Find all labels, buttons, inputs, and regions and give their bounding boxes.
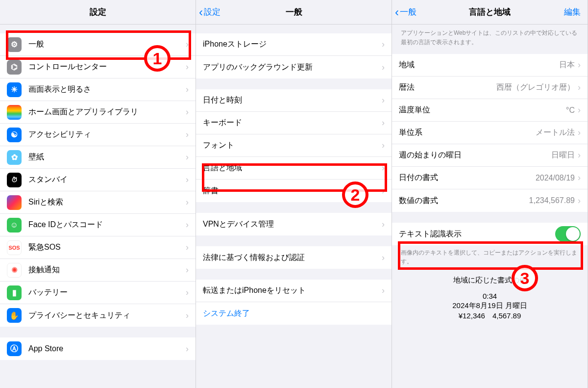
row-measurement[interactable]: 単位系 メートル法 ›: [392, 122, 588, 144]
title-settings: 設定: [90, 6, 106, 18]
row-calendar[interactable]: 暦法 西暦（グレゴリオ暦） ›: [392, 77, 588, 99]
row-accessibility[interactable]: ☯ アクセシビリティ ›: [0, 124, 196, 146]
chevron-right-icon: ›: [578, 150, 581, 160]
chevron-right-icon: ›: [578, 128, 581, 138]
row-live-text[interactable]: テキスト認識表示: [392, 223, 588, 245]
chevron-right-icon: ›: [382, 62, 385, 73]
row-transfer-reset[interactable]: 転送またはiPhoneをリセット ›: [196, 280, 392, 302]
label: 法律に基づく情報および認証: [203, 253, 382, 263]
value: メートル法: [536, 128, 575, 138]
row-dictionary[interactable]: 辞書 ›: [196, 180, 392, 202]
row-sos[interactable]: SOS 緊急SOS ›: [0, 236, 196, 259]
title-lang-region: 言語と地域: [469, 6, 511, 18]
row-control-center[interactable]: ⌬ コントロールセンター ›: [0, 56, 196, 78]
row-legal[interactable]: 法律に基づく情報および認証 ›: [196, 246, 392, 269]
row-privacy[interactable]: ✋ プライバシーとセキュリティ ›: [0, 304, 196, 327]
chevron-right-icon: ›: [186, 242, 189, 253]
panel-lang-region: ‹ 一般 言語と地域 編集 アプリケーションとWebサイトは、このリストの中で対…: [392, 0, 588, 388]
row-shut-down[interactable]: システム終了: [196, 302, 392, 325]
label: システム終了: [203, 309, 385, 319]
row-temperature[interactable]: 温度単位 °C ›: [392, 99, 588, 122]
row-home-screen[interactable]: ホーム画面とアプリライブラリ ›: [0, 101, 196, 124]
row-background-refresh[interactable]: アプリのバックグラウンド更新 ›: [196, 56, 392, 78]
chevron-right-icon: ›: [578, 105, 581, 115]
chevron-right-icon: ›: [186, 152, 189, 162]
value: 日曜日: [551, 150, 575, 160]
row-language-region[interactable]: 言語と地域 ›: [196, 157, 392, 180]
row-region[interactable]: 地域 日本 ›: [392, 54, 588, 77]
standby-icon: ⏱: [7, 173, 22, 187]
chevron-right-icon: ›: [186, 39, 189, 50]
value: 1,234,567.89: [529, 196, 575, 205]
gear-icon: ⚙: [7, 37, 22, 52]
row-wallpaper[interactable]: ✿ 壁紙 ›: [0, 146, 196, 169]
chevron-right-icon: ›: [578, 60, 581, 70]
example-money: ¥12,346 4,567.89: [397, 311, 583, 321]
chevron-right-icon: ›: [186, 175, 189, 185]
chevron-right-icon: ›: [382, 118, 385, 128]
label: 日付の書式: [399, 173, 536, 183]
settings-list[interactable]: ⚙ 一般 › ⌬ コントロールセンター › ☀ 画面表示と明るさ › ホーム画面…: [0, 25, 196, 388]
example-date: 2024年8月19日 月曜日: [397, 301, 583, 310]
chevron-right-icon: ›: [578, 173, 581, 183]
row-date-time[interactable]: 日付と時刻 ›: [196, 89, 392, 112]
back-label: 一般: [400, 6, 416, 18]
label: 暦法: [399, 82, 496, 93]
row-general[interactable]: ⚙ 一般 ›: [0, 33, 196, 56]
chevron-right-icon: ›: [186, 344, 189, 354]
label: 温度単位: [399, 105, 566, 115]
accessibility-icon: ☯: [7, 128, 22, 142]
chevron-right-icon: ›: [186, 197, 189, 207]
row-battery[interactable]: ▮ バッテリー ›: [0, 282, 196, 304]
row-appstore[interactable]: Ⓐ App Store ›: [0, 337, 196, 360]
label: App Store: [28, 344, 186, 353]
label: アプリのバックグラウンド更新: [203, 62, 382, 73]
switches-icon: ⌬: [7, 60, 22, 75]
row-vpn-device[interactable]: VPNとデバイス管理 ›: [196, 213, 392, 235]
navbar-lang-region: ‹ 一般 言語と地域 編集: [392, 0, 588, 25]
row-display[interactable]: ☀ 画面表示と明るさ ›: [0, 78, 196, 101]
back-button-general[interactable]: ‹ 一般: [395, 6, 416, 18]
row-faceid[interactable]: ☺ Face IDとパスコード ›: [0, 214, 196, 236]
label: テキスト認識表示: [399, 229, 555, 239]
live-text-toggle[interactable]: [555, 226, 581, 242]
label: 単位系: [399, 128, 536, 138]
chevron-left-icon: ‹: [199, 6, 203, 18]
value: 2024/08/19: [536, 174, 575, 182]
row-number-format[interactable]: 数値の書式 1,234,567.89 ›: [392, 189, 588, 212]
label: フォント: [203, 140, 382, 151]
panel-settings: 設定 ⚙ 一般 › ⌬ コントロールセンター › ☀ 画面表示と明るさ › ホー…: [0, 0, 196, 388]
row-exposure[interactable]: ✺ 接触通知 ›: [0, 259, 196, 282]
battery-icon: ▮: [7, 285, 22, 300]
chevron-right-icon: ›: [382, 163, 385, 173]
navbar-settings: 設定: [0, 0, 196, 25]
row-standby[interactable]: ⏱ スタンバイ ›: [0, 169, 196, 191]
label: Siriと検索: [28, 197, 186, 207]
home-grid-icon: [7, 105, 22, 120]
row-week-start[interactable]: 週の始まりの曜日 日曜日 ›: [392, 144, 588, 167]
live-text-note: 画像内のテキストを選択して、コピーまたはアクションを実行します。: [392, 245, 588, 266]
chevron-right-icon: ›: [186, 287, 189, 298]
chevron-right-icon: ›: [382, 95, 385, 105]
example-time: 0:34: [397, 292, 583, 300]
row-date-format[interactable]: 日付の書式 2024/08/19 ›: [392, 167, 588, 189]
row-siri[interactable]: Siriと検索 ›: [0, 191, 196, 214]
privacy-icon: ✋: [7, 308, 22, 323]
chevron-right-icon: ›: [186, 107, 189, 117]
label: 数値の書式: [399, 196, 529, 206]
title-general: 一般: [286, 6, 302, 18]
label: プライバシーとセキュリティ: [28, 310, 186, 321]
chevron-right-icon: ›: [186, 310, 189, 321]
lang-region-list[interactable]: アプリケーションとWebサイトは、このリストの中で対応している最初の言語で表示さ…: [392, 25, 588, 388]
back-button-settings[interactable]: ‹ 設定: [199, 6, 220, 18]
label: 日付と時刻: [203, 95, 382, 105]
label: 地域: [399, 60, 559, 70]
row-keyboard[interactable]: キーボード ›: [196, 112, 392, 134]
row-fonts[interactable]: フォント ›: [196, 134, 392, 157]
row-iphone-storage[interactable]: iPhoneストレージ ›: [196, 33, 392, 56]
label: バッテリー: [28, 287, 186, 298]
label: 週の始まりの曜日: [399, 150, 551, 160]
general-list[interactable]: iPhoneストレージ › アプリのバックグラウンド更新 › 日付と時刻 › キ…: [196, 25, 392, 388]
brightness-icon: ☀: [7, 82, 22, 97]
edit-button[interactable]: 編集: [564, 6, 581, 18]
